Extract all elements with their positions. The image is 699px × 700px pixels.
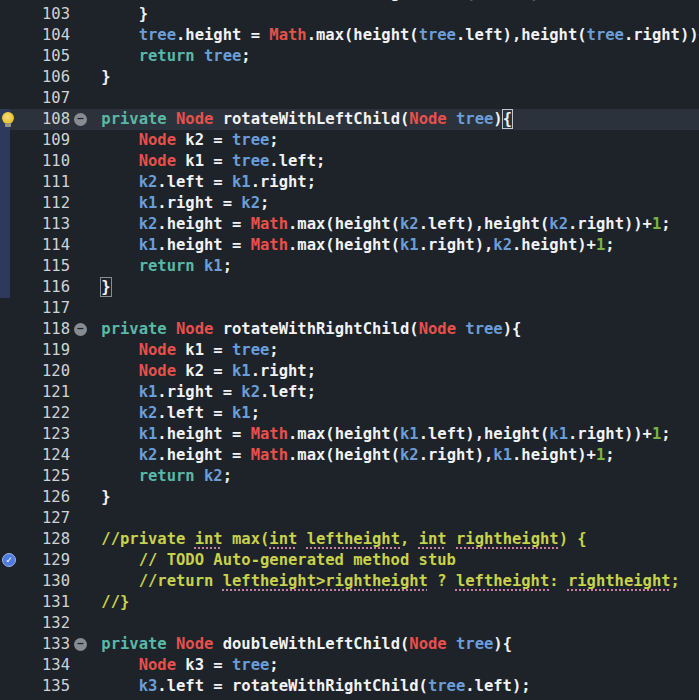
code-line[interactable]: 110 Node k1 = tree.left;: [0, 151, 699, 172]
code-text[interactable]: private Node rotateWithLeftChild(Node tr…: [64, 109, 512, 130]
code-line[interactable]: 133− private Node doubleWithLeftChild(No…: [0, 634, 699, 655]
code-token: tree: [428, 677, 465, 695]
code-text[interactable]: k3.left = rotateWithRightChild(tree.left…: [64, 676, 531, 697]
line-number[interactable]: 105: [0, 46, 70, 67]
code-line[interactable]: 122 k2.left = k1;: [0, 403, 699, 424]
line-number[interactable]: 112: [0, 193, 70, 214]
code-text[interactable]: return k1;: [64, 256, 232, 277]
code-text[interactable]: tree.height = Math.max(height(tree.left)…: [64, 25, 699, 46]
code-line[interactable]: 121 k1.right = k2.left;: [0, 382, 699, 403]
line-number[interactable]: 126: [0, 487, 70, 508]
code-text[interactable]: return k2;: [64, 466, 232, 487]
line-number[interactable]: 121: [0, 382, 70, 403]
line-number[interactable]: 107: [0, 88, 70, 109]
code-line[interactable]: 105 return tree;: [0, 46, 699, 67]
code-line[interactable]: 127: [0, 508, 699, 529]
line-number[interactable]: 131: [0, 592, 70, 613]
code-line[interactable]: 130 //return leftheight>rightheight ? le…: [0, 571, 699, 592]
code-token: ;: [269, 656, 278, 674]
code-line[interactable]: 103 }: [0, 4, 699, 25]
line-number[interactable]: 133: [0, 634, 70, 655]
code-text[interactable]: k2.height = Math.max(height(k2.left),hei…: [64, 214, 671, 235]
code-text[interactable]: //}: [64, 592, 129, 613]
code-line[interactable]: 111 k2.left = k1.right;: [0, 172, 699, 193]
code-line[interactable]: 126 }: [0, 487, 699, 508]
code-text[interactable]: k1.right = k2.left;: [64, 382, 316, 403]
line-number[interactable]: 109: [0, 130, 70, 151]
code-text[interactable]: k1.height = Math.max(height(k1.right),k2…: [64, 235, 615, 256]
code-text[interactable]: }: [64, 67, 111, 88]
code-line[interactable]: 124 k2.height = Math.max(height(k2.right…: [0, 445, 699, 466]
code-line[interactable]: 113 k2.height = Math.max(height(k2.left)…: [0, 214, 699, 235]
code-editor[interactable]: 102 tree = doubleWithRightChild( tree );…: [0, 0, 699, 700]
line-number[interactable]: 104: [0, 25, 70, 46]
line-number[interactable]: 134: [0, 655, 70, 676]
code-text[interactable]: }: [64, 277, 111, 298]
code-line[interactable]: 131 //}: [0, 592, 699, 613]
task-check-icon[interactable]: ✓: [2, 553, 16, 567]
line-number[interactable]: 132: [0, 613, 70, 634]
line-number[interactable]: 117: [0, 298, 70, 319]
code-line[interactable]: 128 //private int max(int leftheight, in…: [0, 529, 699, 550]
code-text[interactable]: //return leftheight>rightheight ? lefthe…: [64, 571, 680, 592]
code-text[interactable]: k1.height = Math.max(height(k1.left),hei…: [64, 424, 671, 445]
code-line[interactable]: 120 Node k2 = k1.right;: [0, 361, 699, 382]
line-number[interactable]: 116: [0, 277, 70, 298]
line-number[interactable]: 128: [0, 529, 70, 550]
code-line[interactable]: 132: [0, 613, 699, 634]
line-number[interactable]: 103: [0, 4, 70, 25]
code-text[interactable]: Node k2 = k1.right;: [64, 361, 316, 382]
code-line[interactable]: 112 k1.right = k2;: [0, 193, 699, 214]
code-line[interactable]: 135 k3.left = rotateWithRightChild(tree.…: [0, 676, 699, 697]
code-token: [64, 425, 139, 443]
code-text[interactable]: return tree;: [64, 46, 251, 67]
code-line[interactable]: 134 Node k3 = tree;: [0, 655, 699, 676]
line-number[interactable]: 124: [0, 445, 70, 466]
code-line[interactable]: 119 Node k1 = tree;: [0, 340, 699, 361]
code-text[interactable]: Node k2 = tree;: [64, 130, 279, 151]
code-line[interactable]: 129✓ // TODO Auto-generated method stub: [0, 550, 699, 571]
code-line[interactable]: 107: [0, 88, 699, 109]
code-text[interactable]: // TODO Auto-generated method stub: [64, 550, 456, 571]
line-number[interactable]: 125: [0, 466, 70, 487]
code-line[interactable]: 125 return k2;: [0, 466, 699, 487]
line-number[interactable]: 120: [0, 361, 70, 382]
line-number[interactable]: 113: [0, 214, 70, 235]
code-line[interactable]: 123 k1.height = Math.max(height(k1.left)…: [0, 424, 699, 445]
lightbulb-quickfix-icon[interactable]: [2, 112, 14, 124]
line-number[interactable]: 135: [0, 676, 70, 697]
code-text[interactable]: private Node rotateWithRightChild(Node t…: [64, 319, 521, 340]
line-number[interactable]: 127: [0, 508, 70, 529]
code-line[interactable]: 118− private Node rotateWithRightChild(N…: [0, 319, 699, 340]
line-number[interactable]: 110: [0, 151, 70, 172]
code-line[interactable]: 108− private Node rotateWithLeftChild(No…: [0, 109, 699, 130]
line-number[interactable]: 118: [0, 319, 70, 340]
line-number[interactable]: 122: [0, 403, 70, 424]
code-text[interactable]: k2.left = k1.right;: [64, 172, 316, 193]
code-text[interactable]: Node k3 = tree;: [64, 655, 279, 676]
code-line[interactable]: 109 Node k2 = tree;: [0, 130, 699, 151]
code-text[interactable]: Node k1 = tree;: [64, 340, 279, 361]
code-text[interactable]: k2.left = k1;: [64, 403, 260, 424]
code-line[interactable]: 116 }: [0, 277, 699, 298]
code-text[interactable]: Node k1 = tree.left;: [64, 151, 325, 172]
code-line[interactable]: 115 return k1;: [0, 256, 699, 277]
line-number[interactable]: 111: [0, 172, 70, 193]
code-line[interactable]: 117: [0, 298, 699, 319]
line-number[interactable]: 119: [0, 340, 70, 361]
line-number[interactable]: 114: [0, 235, 70, 256]
code-line[interactable]: 114 k1.height = Math.max(height(k1.right…: [0, 235, 699, 256]
code-text[interactable]: }: [64, 4, 148, 25]
code-line[interactable]: 106 }: [0, 67, 699, 88]
line-number[interactable]: 123: [0, 424, 70, 445]
code-text[interactable]: k2.height = Math.max(height(k2.right),k1…: [64, 445, 615, 466]
line-number[interactable]: 130: [0, 571, 70, 592]
code-text[interactable]: //private int max(int leftheight, int ri…: [64, 529, 587, 550]
code-token: [64, 131, 139, 149]
code-text[interactable]: }: [64, 487, 111, 508]
code-line[interactable]: 104 tree.height = Math.max(height(tree.l…: [0, 25, 699, 46]
line-number[interactable]: 106: [0, 67, 70, 88]
line-number[interactable]: 115: [0, 256, 70, 277]
code-text[interactable]: k1.right = k2;: [64, 193, 269, 214]
code-text[interactable]: private Node doubleWithLeftChild(Node tr…: [64, 634, 512, 655]
